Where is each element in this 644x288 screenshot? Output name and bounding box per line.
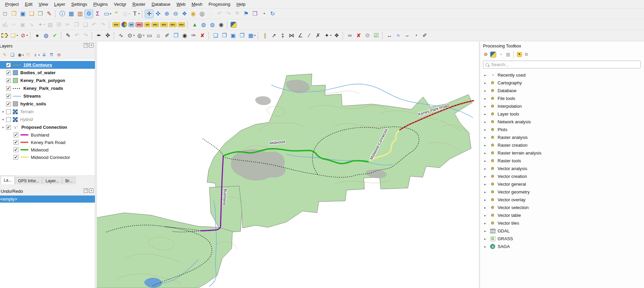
text-annotation-decoration-icon[interactable]: ▲ [190,21,199,29]
menu-web[interactable]: Web [174,1,189,7]
toolbox-group-file-tools[interactable]: ▸File tools [480,95,644,102]
collapse-all-icon[interactable]: ⇈ [48,52,55,58]
deselect-all-icon[interactable]: ⊘▾ [19,32,28,40]
menu-view[interactable]: View [36,1,51,7]
toolbox-group-plots[interactable]: ▸Plots [480,126,644,133]
filter-by-expression-icon[interactable]: ε▾ [32,52,40,58]
layer-item-bushland[interactable]: ✓Bushland [0,131,95,139]
menu-project[interactable]: Project [2,1,22,7]
zoom-in-icon[interactable]: ⊕ [163,10,171,18]
toolbox-group-database[interactable]: ▸Database [480,87,644,95]
expander-icon[interactable]: ▸ [484,120,489,124]
menu-settings[interactable]: Settings [68,1,90,7]
bookmark-manager-icon[interactable]: ❒ [251,10,259,18]
menu-vector[interactable]: Vector [111,1,129,7]
delete-ring-icon[interactable]: ✗ [314,32,322,40]
expander-icon[interactable]: ▸ [484,222,489,225]
layer-checkbox[interactable]: ✓ [14,147,18,152]
layer-checkbox[interactable] [6,117,11,122]
toolbar-handle[interactable] [382,32,384,39]
offset-curve-icon[interactable]: ∥ [261,32,269,40]
panel-splitter-handle[interactable]: ······ [0,184,95,187]
expander-icon[interactable]: ▸ [484,245,489,248]
expander-icon[interactable]: ▸ [484,183,489,186]
layer-checkbox[interactable]: ✓ [6,94,11,99]
layer-checkbox[interactable]: ✓ [6,70,11,75]
expander-icon[interactable]: ▸ [484,128,489,131]
select-features-dropdown-arrow[interactable]: ▾ [7,34,8,37]
refresh-map-icon[interactable]: ↻ [268,10,277,18]
add-circle-dropdown-arrow[interactable]: ▾ [133,34,135,37]
expander-icon[interactable]: ▸ [484,105,489,108]
new-print-layout-icon[interactable]: ❏ [27,10,36,18]
processing-start-icon[interactable]: ⚙ [482,51,489,58]
freehand-digitize-icon[interactable]: ✐ [163,32,171,40]
toolbar-handle[interactable] [55,11,57,17]
compass-tool-icon[interactable]: ◔ [412,32,420,40]
temporal-controller-icon[interactable]: ◔ [260,10,268,18]
toolbar-handle[interactable] [227,21,228,28]
toolbox-group-raster-tools[interactable]: ▸Raster tools [480,157,644,165]
zoom-full-icon[interactable]: ❖ [180,10,188,18]
dock-tab-2[interactable]: GPS Infor... [15,177,42,184]
highlight-pinned-labels-icon[interactable]: abc [135,22,143,27]
toolbar-handle[interactable] [114,32,115,39]
style-manager-icon[interactable]: ✎ [45,10,53,18]
layer-item-streams[interactable]: ✓Streams [0,92,95,100]
toolbar-handle[interactable] [30,32,32,39]
curve-tool-icon[interactable]: ≈ [394,32,402,40]
layer-item-bodies-of-water[interactable]: ✓Bodies_of_water [0,69,95,77]
label-properties-icon[interactable]: abc [178,22,186,27]
toolbox-group-layer-tools[interactable]: ▸Layer tools [480,110,644,118]
deselect-all-dropdown-arrow[interactable]: ▾ [26,34,28,37]
move-feature-icon[interactable]: ✜ [104,32,112,40]
add-polygon-icon[interactable]: ⌂ [154,32,162,40]
layer-labeling-options-icon[interactable]: abc [112,22,120,27]
toolbox-group-vector-creation[interactable]: ▸Vector creation [480,172,644,180]
filter-legend-icon[interactable]: ▽ [25,52,32,58]
toolbox-group-vector-selection[interactable]: ▸Vector selection [480,204,644,211]
dock-panel-icon[interactable]: ❐ [84,43,88,47]
menu-plugins[interactable]: Plugins [90,1,111,7]
select-features-icon[interactable]: ▾ [1,33,8,38]
vertex-filter-icon[interactable]: ✦▾ [323,32,332,40]
digitize-curve-icon[interactable]: ∿ [117,32,125,40]
grid-tool-icon[interactable]: ▦▾ [247,32,256,40]
add-ellipse-dropdown-arrow[interactable]: ▾ [143,34,144,37]
filter-by-expression-dropdown-arrow[interactable]: ▾ [38,54,40,57]
copy-move-features-icon[interactable]: ❏ [212,32,220,40]
layer-tree[interactable]: ✓10ft Contours✓Bodies_of_water✓Keney_Par… [0,60,95,176]
python-console-icon[interactable] [230,21,237,28]
menu-help[interactable]: Help [233,1,248,7]
close-panel-icon[interactable]: ✕ [89,43,94,47]
measure-dropdown-arrow[interactable]: ▾ [110,12,111,15]
toolbar-handle[interactable] [92,32,93,39]
expander-icon[interactable]: ▾ [1,110,5,114]
delete-feature-icon[interactable]: ✘ [198,32,206,40]
add-rectangle-icon[interactable]: ▭ [145,32,154,40]
expander-icon[interactable]: ▸ [484,214,489,217]
toolbox-group-vector-general[interactable]: ▸Vector general [480,180,644,188]
measure-icon[interactable]: ▭▾ [102,10,112,18]
toolbar-handle[interactable] [187,21,189,28]
stamp-tool-icon[interactable]: ❐ [172,32,180,40]
menu-database[interactable]: Database [148,1,174,7]
expander-icon[interactable]: ▸ [484,229,489,233]
change-label-icon[interactable]: abc [169,22,177,27]
zoom-to-layer-icon[interactable]: ◉ [189,10,197,18]
expander-icon[interactable]: ▸ [484,198,489,202]
add-ellipse-icon[interactable]: ◎▾ [136,32,145,40]
undo-redo-list[interactable]: <empty> [0,196,95,288]
edit-features-in-place-icon[interactable]: ✎ [517,52,522,57]
save-project-icon[interactable]: ▣ [19,10,27,18]
results-viewer-icon[interactable]: ▤ [505,51,511,58]
layer-checkbox[interactable]: ✓ [14,140,18,145]
add-group-icon[interactable]: ❏ [9,52,16,58]
open-attribute-table-icon[interactable]: ▦ [67,10,75,18]
toolbar-handle[interactable] [109,21,110,28]
toolbox-group-cartography[interactable]: ▸Cartography [480,79,644,87]
layer-item-hybrid[interactable]: ▾Hybrid [0,116,95,123]
reshape-features-icon[interactable]: ∕ [305,32,313,40]
osm-place-search-icon[interactable]: ◍ [42,32,50,40]
layer-item-proposed-connection[interactable]: ▾✓∨°Proposed Connection [0,123,95,131]
